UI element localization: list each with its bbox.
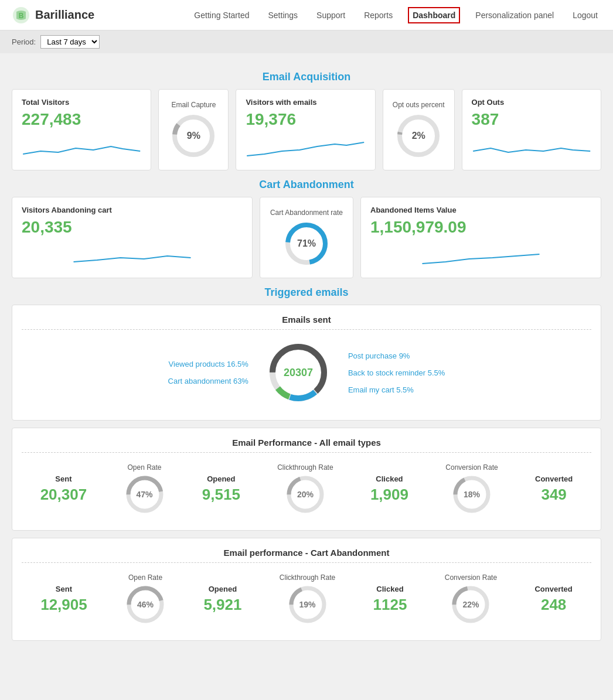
email-performance-cart-title: Email performance - Cart Abandonment: [22, 548, 591, 563]
all-clickthrough-donut-chart: 20%: [285, 474, 326, 515]
cart-rate-value: 71%: [297, 238, 316, 249]
visitors-with-emails-value: 19,376: [246, 110, 365, 129]
email-capture-label: Email Capture: [171, 101, 216, 109]
all-open-rate-label: Open Rate: [127, 463, 161, 472]
email-capture-card: Email Capture 9%: [158, 89, 229, 170]
cart-open-rate-value: 46%: [137, 600, 154, 609]
all-opened-label: Opened: [202, 474, 240, 483]
triggered-cart-abandonment: Cart abandonment 63%: [168, 377, 248, 385]
cart-clicked-value: 1125: [373, 596, 407, 614]
emails-sent-box: Emails sent Viewed products 16.5% Cart a…: [12, 305, 601, 421]
triggered-viewed-products: Viewed products 16.5%: [168, 360, 248, 368]
barilliance-logo-icon: B: [12, 6, 30, 25]
all-clickthrough-donut: Clickthrough Rate 20%: [277, 463, 333, 515]
period-select[interactable]: Last 7 days: [40, 35, 100, 49]
cart-clicked-label: Clicked: [373, 585, 407, 593]
total-visitors-sparkline: [22, 134, 141, 160]
all-sent-item: Sent 20,307: [40, 474, 87, 504]
email-performance-cart-row: Sent 12,905 Open Rate 46% Opened 5,921 C…: [22, 568, 591, 631]
cart-open-rate-donut-chart: 46%: [125, 584, 166, 625]
all-clickthrough-value: 20%: [297, 490, 314, 499]
all-open-rate-donut: Open Rate 47%: [124, 463, 165, 515]
email-performance-all-title: Email Performance - All email types: [22, 438, 591, 453]
cart-open-rate-label: Open Rate: [128, 573, 162, 582]
abandoned-items-sparkline: [370, 241, 591, 268]
triggered-donut-center: 20307: [266, 340, 331, 405]
cart-abandonment-title: Cart Abandonment: [12, 179, 601, 191]
nav-support[interactable]: Support: [313, 8, 349, 22]
all-conversion-donut-chart: 18%: [451, 474, 492, 515]
all-clicked-item: Clicked 1,909: [370, 474, 408, 504]
triggered-right-items: Post purchase 9% Back to stock reminder …: [348, 351, 445, 394]
cart-clickthrough-donut-chart: 19%: [287, 584, 328, 625]
opt-outs-value: 387: [472, 110, 591, 129]
period-label: Period:: [12, 37, 36, 46]
emails-sent-inner: Viewed products 16.5% Cart abandonment 6…: [22, 334, 591, 411]
cart-opened-item: Opened 5,921: [203, 585, 241, 614]
cart-conversion-donut-chart: 22%: [450, 584, 491, 625]
visitors-with-emails-sparkline: [246, 134, 365, 160]
emails-sent-title: Emails sent: [22, 315, 591, 330]
nav-settings[interactable]: Settings: [265, 8, 302, 22]
cart-rate-label: Cart Abandonment rate: [270, 209, 343, 217]
visitors-abandoning-value: 20,335: [22, 218, 243, 237]
email-acquisition-title: Email Acquisition: [12, 71, 601, 83]
cart-sent-item: Sent 12,905: [40, 585, 87, 614]
svg-text:B: B: [19, 12, 24, 20]
all-opened-value: 9,515: [202, 486, 240, 504]
nav-dashboard[interactable]: Dashboard: [408, 7, 460, 23]
cart-abandonment-cards: Visitors Abandoning cart 20,335 Cart Aba…: [12, 197, 601, 278]
cart-rate-donut: 71%: [283, 220, 330, 267]
cart-rate-card: Cart Abandonment rate 71%: [260, 197, 353, 278]
nav-personalization[interactable]: Personalization panel: [472, 8, 557, 22]
email-acquisition-cards: Total Visitors 227,483 Email Capture 9% …: [12, 89, 601, 170]
visitors-abandoning-sparkline: [22, 241, 243, 268]
triggered-emails-title: Triggered emails: [12, 286, 601, 299]
visitors-with-emails-card: Visitors with emails 19,376: [236, 89, 375, 170]
cart-clickthrough-label: Clickthrough Rate: [280, 573, 335, 582]
main-nav: Getting Started Settings Support Reports…: [190, 7, 601, 23]
triggered-back-to-stock: Back to stock reminder 5.5%: [348, 368, 445, 377]
abandoned-items-label: Abandoned Items Value: [370, 206, 591, 214]
all-open-rate-donut-chart: 47%: [124, 474, 165, 515]
visitors-abandoning-label: Visitors Abandoning cart: [22, 206, 243, 214]
cart-converted-item: Converted 248: [534, 585, 572, 614]
opt-outs-percent-donut: 2%: [395, 112, 442, 159]
cart-opened-label: Opened: [203, 585, 241, 593]
emails-sent-donut: 20307: [266, 340, 331, 405]
logo-text: Barilliance: [35, 8, 94, 22]
main-content: Email Acquisition Total Visitors 227,483…: [0, 53, 613, 657]
email-performance-cart-box: Email performance - Cart Abandonment Sen…: [12, 538, 601, 641]
cart-conversion-value: 22%: [462, 600, 479, 609]
cart-converted-value: 248: [534, 596, 572, 614]
opt-outs-label: Opt Outs: [472, 98, 591, 107]
cart-sent-value: 12,905: [40, 596, 87, 614]
emails-sent-total: 20307: [284, 367, 313, 379]
email-performance-all-row: Sent 20,307 Open Rate 47% Opened 9,515 C…: [22, 457, 591, 521]
cart-clickthrough-value: 19%: [299, 600, 315, 609]
total-visitors-card: Total Visitors 227,483: [12, 89, 151, 170]
opt-outs-sparkline: [472, 134, 591, 160]
all-converted-value: 349: [535, 486, 573, 504]
all-sent-label: Sent: [40, 474, 87, 483]
abandoned-items-value: 1,150,979.09: [370, 218, 591, 237]
opt-outs-percent-card: Opt outs percent 2%: [383, 89, 455, 170]
opt-outs-percent-label: Opt outs percent: [393, 101, 445, 109]
opt-outs-percent-value: 2%: [412, 131, 425, 141]
all-conversion-value: 18%: [464, 490, 480, 499]
all-open-rate-value: 47%: [136, 490, 152, 499]
email-capture-donut: 9%: [170, 112, 217, 159]
all-conversion-label: Conversion Rate: [445, 463, 498, 472]
all-converted-label: Converted: [535, 474, 573, 483]
all-clicked-label: Clicked: [370, 474, 408, 483]
cart-converted-label: Converted: [534, 585, 572, 593]
cart-opened-value: 5,921: [203, 596, 241, 614]
visitors-abandoning-card: Visitors Abandoning cart 20,335: [12, 197, 253, 278]
nav-reports[interactable]: Reports: [360, 8, 396, 22]
nav-logout[interactable]: Logout: [569, 8, 601, 22]
cart-conversion-donut: Conversion Rate 22%: [445, 573, 497, 625]
all-opened-item: Opened 9,515: [202, 474, 240, 504]
period-bar: Period: Last 7 days: [0, 30, 613, 53]
nav-getting-started[interactable]: Getting Started: [190, 8, 253, 22]
triggered-email-my-cart: Email my cart 5.5%: [348, 385, 445, 394]
